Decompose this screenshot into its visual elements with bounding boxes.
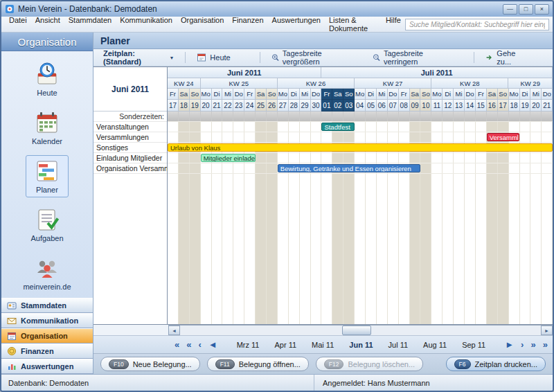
day-cell[interactable] [520,163,531,173]
day-cell[interactable] [454,174,465,324]
day-cell[interactable] [542,174,553,324]
day-number-header[interactable]: 21 [212,100,223,112]
day-cell[interactable] [311,153,322,163]
day-cell[interactable] [179,112,190,121]
day-cell[interactable] [377,132,388,142]
day-cell[interactable] [431,112,443,121]
day-cell[interactable] [509,163,520,173]
menu-item-auswertungen[interactable]: Auswertungen [268,14,325,35]
day-cell[interactable] [278,153,289,163]
day-cell[interactable] [190,132,201,142]
day-name-header[interactable]: Mi [377,89,388,100]
day-cell[interactable] [542,132,553,142]
day-cell[interactable] [542,163,553,173]
scrollbar-track[interactable] [180,326,541,335]
nav-month-aug-11[interactable]: Aug 11 [416,341,454,349]
planner-row-versammlungen[interactable]: Versammlung [168,132,553,143]
day-cell[interactable] [222,112,233,121]
day-cell[interactable] [311,132,322,142]
day-cell[interactable] [476,112,487,121]
day-name-header[interactable]: Di [520,89,531,100]
day-cell[interactable] [256,174,267,324]
day-number-header[interactable]: 24 [244,100,256,112]
day-name-header[interactable]: So [420,89,431,100]
day-number-header[interactable]: 13 [454,100,465,112]
day-cell[interactable] [498,122,509,132]
day-number-header[interactable]: 09 [410,100,421,112]
day-cell[interactable] [222,132,233,142]
nav-forward-arrow-1[interactable]: ► [501,339,517,350]
nav-month-jun-11[interactable]: Jun 11 [341,341,380,349]
day-name-header[interactable]: Do [388,89,399,100]
day-cell[interactable] [530,122,542,132]
day-cell[interactable] [222,163,233,173]
day-cell[interactable] [454,153,465,163]
day-cell[interactable] [355,174,366,324]
day-cell[interactable] [420,163,431,173]
day-cell[interactable] [410,132,421,142]
day-cell[interactable] [476,122,487,132]
day-number-header[interactable]: 27 [278,100,289,112]
day-cell[interactable] [465,112,476,121]
nav-month-mrz-11[interactable]: Mrz 11 [229,341,267,349]
day-cell[interactable] [498,153,509,163]
day-name-header[interactable]: Sa [256,89,267,100]
sidebar-section-organisation[interactable]: Organisation [1,328,93,344]
day-cell[interactable] [410,174,421,324]
day-cell[interactable] [267,153,278,163]
toolbar-button-heute[interactable]: Heute [193,51,234,64]
day-cell[interactable] [498,112,509,121]
day-cell[interactable] [377,122,388,132]
day-cell[interactable] [487,112,498,121]
day-cell[interactable] [244,112,256,121]
nav-month-apr-11[interactable]: Apr 11 [267,341,305,349]
nav-forward-arrow-2[interactable]: › [517,339,527,350]
planner-row-sonderzeiten[interactable] [168,112,553,122]
maximize-button[interactable]: □ [519,4,533,15]
day-cell[interactable] [443,163,454,173]
day-cell[interactable] [530,153,542,163]
day-cell[interactable] [233,122,244,132]
day-number-header[interactable]: 26 [267,100,278,112]
day-number-header[interactable]: 21 [542,100,553,112]
button-zeitplan-drucken[interactable]: F6Zeitplan drucken... [446,357,546,371]
day-cell[interactable] [509,153,520,163]
day-name-header[interactable]: Mi [530,89,542,100]
day-cell[interactable] [278,174,289,324]
day-name-header[interactable]: Mi [454,89,465,100]
day-cell[interactable] [530,132,542,142]
day-cell[interactable] [465,174,476,324]
day-cell[interactable] [498,163,509,173]
day-cell[interactable] [420,122,431,132]
day-cell[interactable] [212,132,223,142]
day-cell[interactable] [530,163,542,173]
day-cell[interactable] [454,132,465,142]
day-name-header[interactable]: Mo [509,89,520,100]
day-cell[interactable] [179,174,190,324]
day-cell[interactable] [168,174,179,324]
day-cell[interactable] [388,153,399,163]
day-cell[interactable] [190,122,201,132]
row-label-versammlungen[interactable]: Versammlungen [93,132,167,143]
day-name-header[interactable]: Di [443,89,454,100]
day-cell[interactable] [267,122,278,132]
day-cell[interactable] [168,112,179,121]
nav-back-arrow-1[interactable]: « [171,339,183,350]
day-cell[interactable] [509,174,520,324]
day-number-header[interactable]: 22 [222,100,233,112]
horizontal-scrollbar[interactable]: ◄ ► [168,325,553,335]
day-cell[interactable] [355,153,366,163]
menu-item-kommunikation[interactable]: Kommunikation [116,14,177,35]
day-cell[interactable] [168,153,179,163]
event-stadtfest[interactable]: Stadtfest [321,123,355,131]
day-number-header[interactable]: 05 [366,100,377,112]
day-cell[interactable] [233,132,244,142]
nav-month-jul-11[interactable]: Jul 11 [381,341,416,349]
toolbar-button-tagesbreite-vergr-ern[interactable]: Tagesbreite vergrößern [267,48,350,67]
day-cell[interactable] [520,153,531,163]
row-label-sonderzeiten[interactable]: Sonderzeiten: [93,112,167,122]
day-cell[interactable] [399,174,410,324]
day-cell[interactable] [454,122,465,132]
day-cell[interactable] [256,132,267,142]
day-cell[interactable] [343,174,355,324]
